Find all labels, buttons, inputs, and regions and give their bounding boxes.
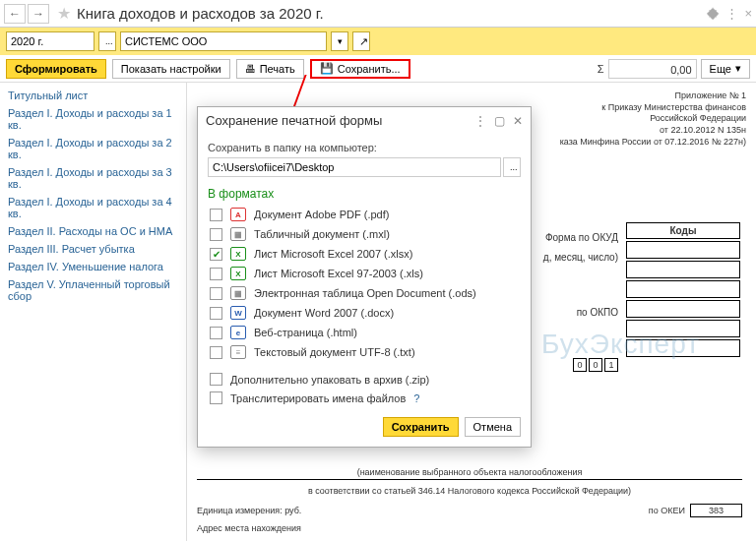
format-label: Веб-страница (.html) <box>254 327 357 338</box>
sidebar-item[interactable]: Раздел I. Доходы и расходы за 2 кв. <box>0 134 186 163</box>
okei-value: 383 <box>690 504 742 517</box>
more-button[interactable]: Еще ▾ <box>701 59 750 79</box>
sidebar-item[interactable]: Раздел I. Доходы и расходы за 1 кв. <box>0 104 186 134</box>
sum-display: 0,00 <box>608 59 697 79</box>
okud-label: Форма по ОКУД <box>545 232 618 243</box>
format-checkbox[interactable] <box>210 228 222 241</box>
format-row: W Документ Word 2007 (.docx) <box>208 303 521 323</box>
date-label: д, месяц, число) <box>543 252 618 263</box>
filetype-icon: W <box>230 306 246 320</box>
dialog-maximize-icon[interactable]: ▢ <box>494 114 505 128</box>
year-input[interactable] <box>6 31 94 51</box>
disk-icon: 💾 <box>320 62 334 75</box>
sidebar-item[interactable]: Раздел I. Доходы и расходы за 4 кв. <box>0 193 186 222</box>
filetype-icon: ▦ <box>230 286 246 300</box>
window-titlebar: ← → ★ Книга доходов и расходов за 2020 г… <box>0 0 756 28</box>
sidebar-item[interactable]: Раздел IV. Уменьшение налога <box>0 258 186 275</box>
codes-table: Коды <box>624 220 742 359</box>
sidebar-item[interactable]: Титульный лист <box>0 87 186 104</box>
format-checkbox[interactable] <box>210 287 222 300</box>
okei-label: по ОКЕИ <box>649 506 685 515</box>
sidebar-item[interactable]: Раздел I. Доходы и расходы за 3 кв. <box>0 163 186 193</box>
toolbar: Сформировать Показать настройки 🖶Печать … <box>0 55 756 83</box>
org-input[interactable] <box>120 31 327 51</box>
close-icon[interactable]: × <box>744 6 752 21</box>
translit-checkbox[interactable] <box>210 391 222 404</box>
sidebar-item[interactable]: Раздел II. Расходы на ОС и НМА <box>0 222 186 240</box>
sections-sidebar: Титульный листРаздел I. Доходы и расходы… <box>0 83 187 541</box>
translit-label: Транслитерировать имена файлов <box>230 392 406 404</box>
save-button[interactable]: 💾Сохранить... <box>310 59 410 79</box>
okpo-label: по ОКПО <box>577 307 618 318</box>
format-list: A Документ Adobe PDF (.pdf) ▦ Табличный … <box>208 205 521 362</box>
filetype-icon: X <box>230 247 246 261</box>
foot-note: (наименование выбранного объекта налогоо… <box>197 467 742 480</box>
page-title: Книга доходов и расходов за 2020 г. <box>77 5 707 22</box>
format-checkbox[interactable] <box>210 268 222 280</box>
zip-checkbox[interactable] <box>210 373 222 386</box>
dialog-menu-icon[interactable]: ⋮ <box>474 114 486 128</box>
printer-icon: 🖶 <box>245 63 256 75</box>
sigma-icon: Σ <box>598 63 604 75</box>
generate-button[interactable]: Сформировать <box>6 59 106 79</box>
format-checkbox[interactable] <box>210 346 222 359</box>
format-row: ▦ Электронная таблица Open Document (.od… <box>208 283 521 303</box>
filetype-icon: X <box>230 267 246 280</box>
format-label: Лист Microsoft Excel 97-2003 (.xls) <box>254 268 423 279</box>
dialog-save-button[interactable]: Сохранить <box>383 417 459 437</box>
small-code-boxes: 001 <box>573 358 618 372</box>
zip-label: Дополнительно упаковать в архив (.zip) <box>230 374 429 386</box>
dialog-close-icon[interactable]: ✕ <box>513 114 523 128</box>
org-open-button[interactable]: ↗ <box>352 31 370 51</box>
show-settings-button[interactable]: Показать настройки <box>112 59 230 79</box>
codes-header: Коды <box>626 222 740 239</box>
format-row: A Документ Adobe PDF (.pdf) <box>208 205 521 224</box>
format-row: ▦ Табличный документ (.mxl) <box>208 224 521 244</box>
more-icon[interactable]: ⋮ <box>725 6 738 21</box>
format-label: Электронная таблица Open Document (.ods) <box>254 287 476 299</box>
help-icon[interactable]: ? <box>413 392 419 404</box>
format-checkbox[interactable] <box>210 327 222 339</box>
format-row: ≡ Текстовый документ UTF-8 (.txt) <box>208 342 521 362</box>
format-checkbox[interactable] <box>210 209 222 221</box>
filetype-icon: A <box>230 208 246 221</box>
formats-section-title: В форматах <box>208 187 521 201</box>
format-row: X Лист Microsoft Excel 2007 (.xlsx) <box>208 244 521 264</box>
format-row: X Лист Microsoft Excel 97-2003 (.xls) <box>208 264 521 283</box>
sidebar-item[interactable]: Раздел III. Расчет убытка <box>0 240 186 258</box>
org-clear-button[interactable]: ▾ <box>331 31 348 51</box>
print-button[interactable]: 🖶Печать <box>236 59 304 79</box>
format-row: e Веб-страница (.html) <box>208 323 521 342</box>
format-checkbox[interactable] <box>210 248 222 261</box>
addr-label: Адрес места нахождения <box>197 523 742 535</box>
doc-header-line: Приложение № 1 <box>197 90 746 102</box>
filetype-icon: e <box>230 326 246 339</box>
unit-label: Единица измерения: руб. <box>197 506 301 515</box>
dialog-cancel-button[interactable]: Отмена <box>465 417 521 437</box>
save-dialog: Сохранение печатной формы ⋮ ▢ ✕ Сохранит… <box>197 106 532 448</box>
back-button[interactable]: ← <box>4 4 26 24</box>
browse-button[interactable]: ... <box>503 157 521 177</box>
format-label: Документ Adobe PDF (.pdf) <box>254 209 389 220</box>
foot-note: в соответствии со статьей 346.14 Налогов… <box>197 486 742 498</box>
forward-button[interactable]: → <box>28 4 49 24</box>
format-checkbox[interactable] <box>210 307 222 320</box>
filetype-icon: ≡ <box>230 345 246 359</box>
filter-bar: ... ▾ ↗ <box>0 28 756 55</box>
format-label: Текстовый документ UTF-8 (.txt) <box>254 346 415 358</box>
format-label: Лист Microsoft Excel 2007 (.xlsx) <box>254 248 412 260</box>
year-picker-button[interactable]: ... <box>98 31 116 51</box>
favorite-icon[interactable]: ★ <box>57 4 71 23</box>
filetype-icon: ▦ <box>230 227 246 241</box>
format-label: Табличный документ (.mxl) <box>254 228 390 240</box>
dialog-title: Сохранение печатной формы <box>206 113 467 128</box>
path-input[interactable] <box>208 157 501 177</box>
sidebar-item[interactable]: Раздел V. Уплаченный торговый сбор <box>0 275 186 305</box>
path-label: Сохранить в папку на компьютер: <box>208 142 521 153</box>
format-label: Документ Word 2007 (.docx) <box>254 307 394 319</box>
discuss-icon[interactable]: 🟐 <box>707 6 720 21</box>
